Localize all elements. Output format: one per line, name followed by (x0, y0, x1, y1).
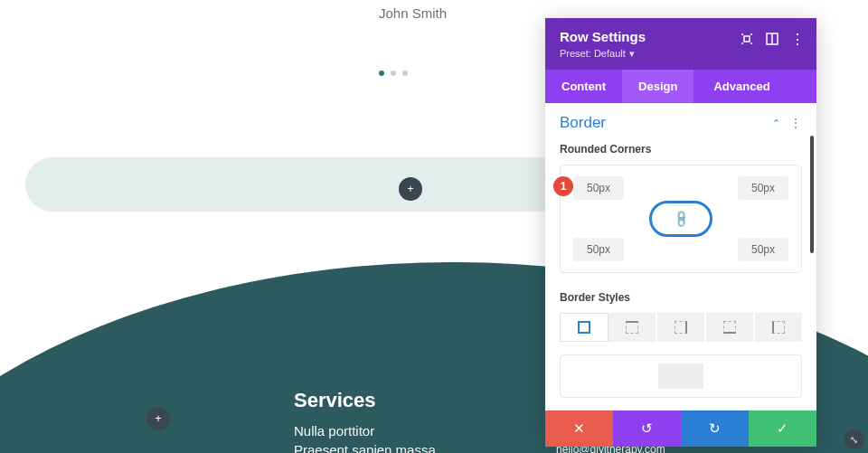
check-icon: ✓ (777, 420, 788, 437)
link-corners-toggle[interactable]: 🔗 (649, 201, 712, 237)
services-line: Praesent sapien massa (294, 442, 436, 453)
panel-footer: ✕ ↺ ↻ ✓ (545, 411, 816, 447)
panel-tabs: Content Design Advanced (545, 70, 816, 103)
resize-handle[interactable]: ⤢ (844, 429, 864, 449)
preset-dropdown[interactable]: Preset: Default ▾ (560, 48, 635, 60)
undo-button[interactable]: ↺ (613, 411, 681, 447)
rounded-corners-label: Rounded Corners (545, 139, 816, 165)
border-style-bottom[interactable] (706, 313, 755, 342)
border-style-top[interactable] (609, 313, 657, 342)
panel-header[interactable]: Row Settings Preset: Default ▾ ⋮ (545, 18, 816, 70)
undo-icon: ↺ (641, 420, 653, 437)
caret-down-icon: ▾ (629, 48, 635, 60)
tab-design[interactable]: Design (622, 70, 693, 103)
border-style-right[interactable] (657, 313, 706, 342)
border-right-icon (675, 321, 687, 334)
border-styles-row (560, 313, 802, 342)
kebab-icon[interactable]: ⋮ (791, 33, 804, 45)
border-preview-inner (658, 363, 703, 389)
border-left-icon (772, 321, 785, 334)
svg-rect-0 (744, 36, 750, 42)
border-style-left[interactable] (755, 313, 802, 342)
scrollbar[interactable] (810, 136, 814, 253)
cancel-button[interactable]: ✕ (545, 411, 613, 447)
corner-input-tr[interactable]: 50px (738, 176, 788, 200)
close-icon: ✕ (573, 420, 585, 437)
section-header-border[interactable]: Border ⌃ ⋮ (545, 103, 816, 139)
save-button[interactable]: ✓ (749, 411, 816, 447)
border-style-all[interactable] (560, 313, 609, 342)
services-heading: Services (294, 389, 436, 412)
redo-icon: ↻ (709, 420, 721, 437)
slider-dot[interactable] (379, 71, 384, 76)
tab-advanced[interactable]: Advanced (697, 70, 786, 103)
author-name: John Smith (379, 5, 447, 21)
svg-point-3 (741, 42, 743, 44)
chevron-up-icon[interactable]: ⌃ (772, 118, 780, 129)
tab-content[interactable]: Content (545, 70, 622, 103)
expand-icon[interactable] (741, 33, 753, 45)
section-title: Border (560, 114, 606, 132)
link-icon: 🔗 (671, 209, 691, 229)
corner-input-bl[interactable]: 50px (573, 238, 624, 261)
border-preview (560, 354, 802, 398)
border-bottom-icon (723, 321, 736, 334)
services-line: Nulla porttitor (294, 423, 436, 439)
svg-point-1 (741, 33, 743, 35)
add-module-button[interactable]: + (146, 407, 170, 430)
settings-panel: Row Settings Preset: Default ▾ ⋮ Content… (545, 18, 816, 447)
plus-icon: + (155, 412, 161, 425)
border-top-icon (626, 321, 638, 334)
panel-body: Border ⌃ ⋮ Rounded Corners 50px 50px 50p… (545, 103, 816, 411)
kebab-icon[interactable]: ⋮ (789, 116, 802, 130)
corner-input-tl[interactable]: 50px (573, 176, 624, 200)
square-icon (578, 321, 590, 334)
add-row-button[interactable]: + (399, 177, 422, 201)
rounded-corners-control: 50px 50px 50px 50px 🔗 (560, 165, 802, 273)
resize-icon: ⤢ (849, 436, 861, 444)
svg-point-4 (750, 42, 752, 44)
services-block: Services Nulla porttitor Praesent sapien… (294, 389, 436, 453)
corner-input-br[interactable]: 50px (738, 238, 788, 261)
border-styles-label: Border Styles (545, 288, 816, 313)
svg-point-2 (750, 33, 752, 35)
slider-dots (379, 71, 408, 76)
plus-icon: + (407, 183, 413, 195)
step-badge: 1 (553, 176, 573, 196)
slider-dot[interactable] (402, 71, 408, 76)
columns-icon[interactable] (766, 33, 778, 45)
slider-dot[interactable] (391, 71, 396, 76)
redo-button[interactable]: ↻ (681, 411, 749, 447)
